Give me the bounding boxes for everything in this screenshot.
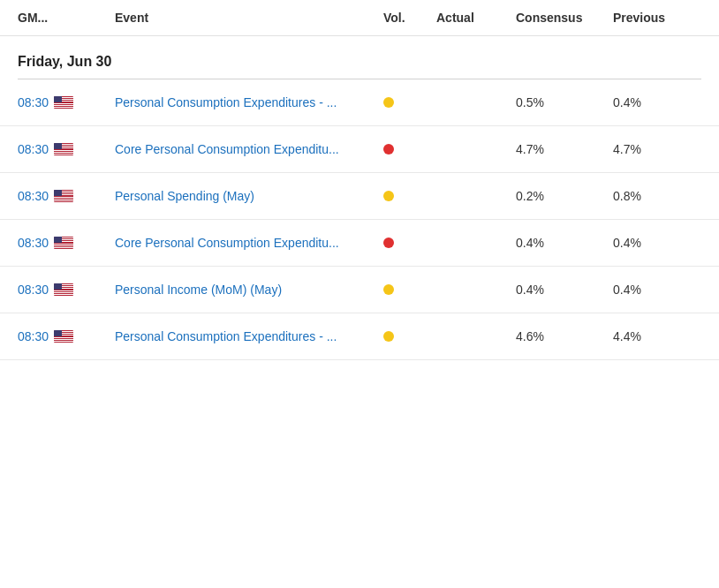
vol-cell — [383, 284, 436, 295]
previous-value: 4.4% — [613, 329, 701, 343]
consensus-value: 0.5% — [516, 95, 613, 109]
table-row: 08:30 Personal Consumption Expenditures … — [0, 313, 719, 360]
time-value: 08:30 — [18, 142, 49, 156]
consensus-value: 0.2% — [516, 189, 613, 203]
event-link[interactable]: Core Personal Consumption Expenditu... — [115, 142, 339, 156]
time-cell: 08:30 — [18, 95, 115, 109]
flag-us — [54, 143, 73, 155]
event-name-cell[interactable]: Core Personal Consumption Expenditu... — [115, 142, 383, 156]
time-cell: 08:30 — [18, 142, 115, 156]
flag-us — [54, 237, 73, 249]
vol-dot-red — [383, 237, 394, 248]
event-name-cell[interactable]: Personal Spending (May) — [115, 189, 383, 203]
time-value: 08:30 — [18, 189, 49, 203]
previous-value: 4.7% — [613, 142, 701, 156]
table-row: 08:30 Personal Income (MoM) (May) 0.4% 0… — [0, 267, 719, 313]
table-row: 08:30 Core Personal Consumption Expendit… — [0, 220, 719, 267]
time-cell: 08:30 — [18, 283, 115, 297]
table-header: GM... Event Vol. Actual Consensus Previo… — [0, 0, 719, 36]
previous-value: 0.4% — [613, 283, 701, 297]
vol-dot-yellow — [383, 97, 394, 108]
col-header-vol: Vol. — [383, 11, 436, 25]
time-value: 08:30 — [18, 283, 49, 297]
vol-cell — [383, 237, 436, 248]
event-link[interactable]: Personal Income (MoM) (May) — [115, 283, 282, 297]
col-header-actual: Actual — [436, 11, 516, 25]
time-value: 08:30 — [18, 95, 49, 109]
event-link[interactable]: Personal Spending (May) — [115, 189, 254, 203]
event-link[interactable]: Personal Consumption Expenditures - ... — [115, 95, 337, 109]
consensus-value: 4.6% — [516, 329, 613, 343]
time-value: 08:30 — [18, 329, 49, 343]
consensus-value: 0.4% — [516, 236, 613, 250]
event-name-cell[interactable]: Core Personal Consumption Expenditu... — [115, 236, 383, 250]
date-section-fri-jun30: Friday, Jun 30 — [0, 36, 719, 79]
table-row: 08:30 Personal Consumption Expenditures … — [0, 79, 719, 126]
col-header-consensus: Consensus — [516, 11, 613, 25]
consensus-value: 0.4% — [516, 283, 613, 297]
previous-value: 0.4% — [613, 95, 701, 109]
event-link[interactable]: Core Personal Consumption Expenditu... — [115, 236, 339, 250]
vol-cell — [383, 331, 436, 342]
table-row: 08:30 Core Personal Consumption Expendit… — [0, 126, 719, 173]
consensus-value: 4.7% — [516, 142, 613, 156]
previous-value: 0.8% — [613, 189, 701, 203]
time-cell: 08:30 — [18, 236, 115, 250]
flag-us — [54, 96, 73, 109]
event-link[interactable]: Personal Consumption Expenditures - ... — [115, 329, 337, 343]
vol-dot-yellow — [383, 331, 394, 342]
flag-us — [54, 283, 73, 296]
vol-cell — [383, 191, 436, 201]
time-cell: 08:30 — [18, 189, 115, 203]
previous-value: 0.4% — [613, 236, 701, 250]
vol-cell — [383, 144, 436, 155]
main-container: GM... Event Vol. Actual Consensus Previo… — [0, 0, 719, 588]
vol-dot-red — [383, 144, 394, 155]
col-header-gm: GM... — [18, 11, 115, 25]
flag-us — [54, 330, 73, 343]
event-name-cell[interactable]: Personal Consumption Expenditures - ... — [115, 95, 383, 109]
date-label: Friday, Jun 30 — [18, 54, 111, 69]
event-name-cell[interactable]: Personal Consumption Expenditures - ... — [115, 329, 383, 343]
vol-dot-yellow — [383, 191, 394, 201]
col-header-event: Event — [115, 11, 383, 25]
flag-us — [54, 190, 73, 202]
table-row: 08:30 Personal Spending (May) 0.2% 0.8% — [0, 173, 719, 220]
time-value: 08:30 — [18, 236, 49, 250]
col-header-previous: Previous — [613, 11, 701, 25]
time-cell: 08:30 — [18, 329, 115, 343]
event-name-cell[interactable]: Personal Income (MoM) (May) — [115, 283, 383, 297]
vol-dot-yellow — [383, 284, 394, 295]
vol-cell — [383, 97, 436, 108]
